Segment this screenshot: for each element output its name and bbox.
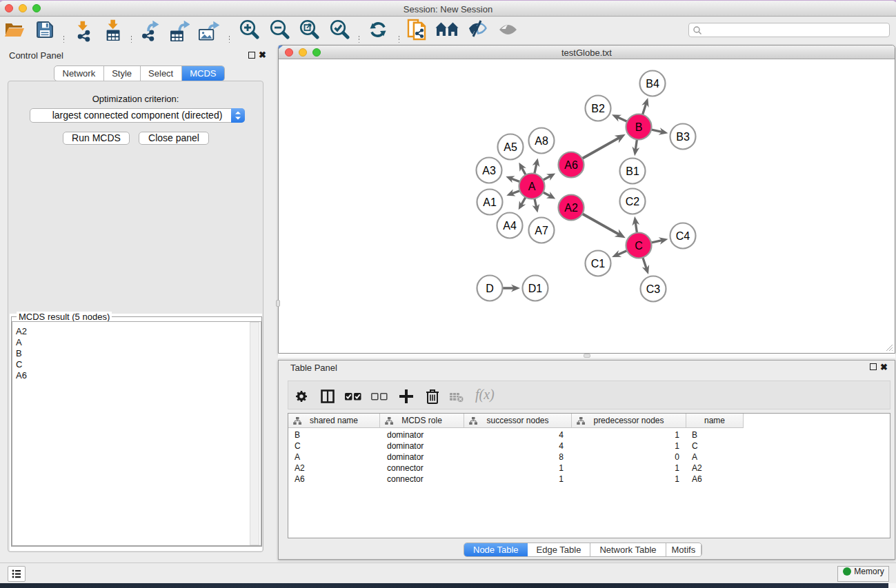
svg-text:C1: C1	[591, 258, 606, 270]
svg-text:A6: A6	[564, 159, 578, 171]
svg-text:B4: B4	[646, 78, 659, 90]
svg-text:C: C	[635, 240, 643, 252]
svg-text:B3: B3	[676, 131, 690, 143]
svg-text:C2: C2	[626, 196, 640, 207]
svg-text:B: B	[635, 121, 643, 133]
svg-text:A5: A5	[504, 141, 517, 153]
svg-text:B1: B1	[626, 165, 639, 177]
svg-text:A3: A3	[482, 165, 496, 176]
svg-text:A8: A8	[535, 135, 548, 147]
svg-text:A: A	[528, 181, 536, 192]
svg-text:A1: A1	[483, 196, 497, 208]
svg-text:A4: A4	[503, 220, 517, 232]
svg-text:D: D	[486, 283, 494, 294]
svg-text:B2: B2	[591, 103, 605, 114]
svg-text:C3: C3	[646, 283, 661, 295]
svg-text:A7: A7	[535, 225, 548, 236]
svg-text:C4: C4	[676, 230, 690, 242]
svg-text:A2: A2	[564, 202, 578, 214]
svg-text:D1: D1	[528, 283, 543, 294]
